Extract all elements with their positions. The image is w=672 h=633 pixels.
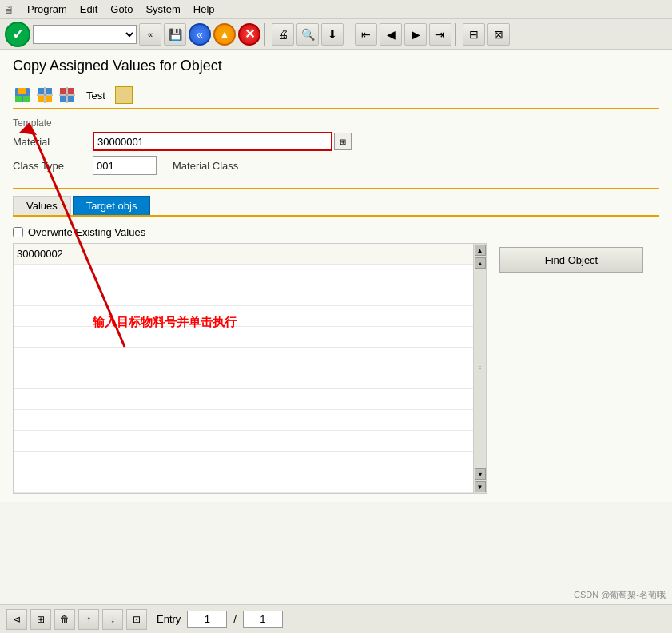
save-button[interactable]: 💾 xyxy=(164,23,186,46)
entry-input-5[interactable] xyxy=(17,331,470,343)
entry-list-wrapper: ▲ ▴ ⋮ ▾ ▼ 输入目标物料号并单击执行 xyxy=(13,243,487,494)
svg-rect-13 xyxy=(68,96,74,102)
find-object-button[interactable]: Find Object xyxy=(499,247,643,273)
entry-row-8[interactable] xyxy=(14,389,473,410)
svg-rect-1 xyxy=(18,88,26,94)
back-double-button[interactable]: « xyxy=(139,23,161,46)
material-label: Material xyxy=(13,136,93,148)
layout2-button[interactable]: ⊠ xyxy=(487,23,510,46)
entry-input-3[interactable] xyxy=(17,289,470,301)
svg-rect-6 xyxy=(38,96,44,102)
class-type-row: Class Type Material Class xyxy=(13,156,659,175)
main-content: Copy Assigned Values for Object xyxy=(0,50,672,502)
action-btn-1[interactable] xyxy=(13,86,32,105)
material-input[interactable] xyxy=(93,132,332,151)
entry-list: ▲ ▴ ⋮ ▾ ▼ xyxy=(13,243,487,494)
class-type-input[interactable] xyxy=(93,156,157,175)
tabs: Values Target objs xyxy=(13,196,659,217)
entry-row-5[interactable] xyxy=(14,327,473,348)
svg-rect-10 xyxy=(60,88,66,94)
svg-rect-5 xyxy=(46,88,52,94)
entry-row-2[interactable] xyxy=(14,265,473,285)
execute-button[interactable]: ✓ xyxy=(5,22,30,47)
entry-row-3[interactable] xyxy=(14,285,473,306)
entry-row-10[interactable] xyxy=(14,431,473,452)
cancel-button[interactable]: ✕ xyxy=(238,23,260,46)
entry-input-7[interactable] xyxy=(17,372,470,384)
entry-row-9[interactable] xyxy=(14,410,473,431)
template-section-label: Template xyxy=(13,117,659,129)
entry-input-10[interactable] xyxy=(17,435,470,447)
scroll-up-small-btn[interactable]: ▴ xyxy=(475,257,486,269)
entry-row-6[interactable] xyxy=(14,348,473,368)
entry-row-4[interactable] xyxy=(14,306,473,327)
page-title: Copy Assigned Values for Object xyxy=(13,58,659,74)
find-next-button[interactable]: ⬇ xyxy=(321,23,344,46)
menu-bar: 🖥 Program Edit Goto System Help xyxy=(0,0,672,19)
app-icon: 🖥 xyxy=(3,3,14,16)
test-label[interactable]: Test xyxy=(80,88,112,103)
svg-rect-7 xyxy=(46,96,52,102)
action-btn-3[interactable] xyxy=(58,86,77,105)
tab-target-objs[interactable]: Target objs xyxy=(73,196,151,215)
svg-rect-3 xyxy=(23,96,30,102)
toolbar: ✓ « 💾 « ▲ ✕ 🖨 🔍 ⬇ ⇤ ◀ ▶ ⇥ ⊟ ⊠ xyxy=(0,19,672,50)
back-button[interactable]: « xyxy=(189,23,211,46)
svg-rect-4 xyxy=(38,88,44,94)
scroll-up-btn[interactable]: ▲ xyxy=(475,245,486,256)
last-page-button[interactable]: ⇥ xyxy=(429,23,451,46)
side-panel: Find Object xyxy=(499,226,659,494)
entry-input-2[interactable] xyxy=(17,269,470,281)
find-button[interactable]: 🔍 xyxy=(296,23,319,46)
menu-system[interactable]: System xyxy=(139,2,186,17)
entry-input-8[interactable] xyxy=(17,393,470,405)
class-type-label: Class Type xyxy=(13,160,93,172)
command-dropdown[interactable] xyxy=(33,25,137,44)
scroll-track[interactable]: ⋮ xyxy=(476,269,484,468)
layout-button[interactable]: ⊟ xyxy=(463,23,485,46)
svg-rect-11 xyxy=(68,88,74,94)
entry-input-1[interactable] xyxy=(17,248,470,260)
material-class-label: Material Class xyxy=(173,160,238,172)
entry-input-4[interactable] xyxy=(17,310,470,322)
menu-goto[interactable]: Goto xyxy=(104,2,139,17)
sep3 xyxy=(455,23,459,46)
action-btn-2[interactable] xyxy=(35,86,54,105)
print-button[interactable]: 🖨 xyxy=(272,23,294,46)
menu-help[interactable]: Help xyxy=(187,2,221,17)
svg-rect-2 xyxy=(15,96,22,102)
list-area: Overwrite Existing Values xyxy=(13,226,487,494)
material-row: Material ⊞ xyxy=(13,132,659,151)
action-toolbar: Test xyxy=(13,82,659,109)
prev-page-button[interactable]: ◀ xyxy=(380,23,402,46)
entry-row-1[interactable] xyxy=(14,244,473,265)
scroll-down-btn[interactable]: ▼ xyxy=(475,481,486,492)
color-square[interactable] xyxy=(115,86,133,104)
up-button[interactable]: ▲ xyxy=(213,23,236,46)
tab-values[interactable]: Values xyxy=(13,196,71,215)
material-lookup-icon[interactable]: ⊞ xyxy=(334,133,352,150)
entry-input-6[interactable] xyxy=(17,352,470,364)
entry-input-12[interactable] xyxy=(17,476,470,488)
overwrite-label: Overwrite Existing Values xyxy=(28,226,145,238)
entry-row-12[interactable] xyxy=(14,472,473,493)
next-page-button[interactable]: ▶ xyxy=(404,23,427,46)
content-area: Overwrite Existing Values xyxy=(13,226,659,494)
entry-input-9[interactable] xyxy=(17,414,470,426)
svg-rect-12 xyxy=(60,96,66,102)
sep1 xyxy=(264,23,268,46)
menu-edit[interactable]: Edit xyxy=(74,2,104,17)
scroll-down-small-btn[interactable]: ▾ xyxy=(475,468,486,480)
menu-program[interactable]: Program xyxy=(21,2,74,17)
entry-input-11[interactable] xyxy=(17,456,470,468)
entry-row-11[interactable] xyxy=(14,452,473,472)
sep2 xyxy=(348,23,351,46)
scrollbar[interactable]: ▲ ▴ ⋮ ▾ ▼ xyxy=(473,244,486,493)
entry-row-7[interactable] xyxy=(14,368,473,389)
overwrite-row: Overwrite Existing Values xyxy=(13,226,487,238)
first-page-button[interactable]: ⇤ xyxy=(355,23,377,46)
overwrite-checkbox[interactable] xyxy=(13,227,23,237)
